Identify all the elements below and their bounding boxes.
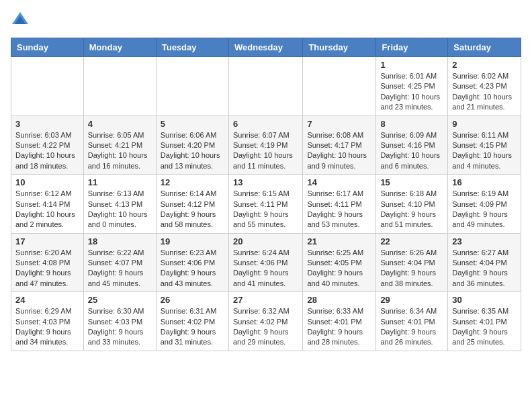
calendar-cell (11, 57, 84, 116)
calendar-cell: 3Sunrise: 6:03 AMSunset: 4:22 PMDaylight… (11, 116, 84, 175)
day-number: 15 (380, 177, 443, 187)
calendar-header-row: SundayMondayTuesdayWednesdayThursdayFrid… (11, 38, 521, 57)
day-number: 5 (161, 119, 224, 129)
calendar-cell: 18Sunrise: 6:22 AMSunset: 4:07 PMDayligh… (83, 233, 156, 292)
calendar-cell: 6Sunrise: 6:07 AMSunset: 4:19 PMDaylight… (228, 116, 302, 175)
calendar-cell: 23Sunrise: 6:27 AMSunset: 4:04 PMDayligh… (448, 233, 521, 292)
day-number: 11 (88, 177, 152, 187)
calendar-cell: 1Sunrise: 6:01 AMSunset: 4:25 PMDaylight… (376, 57, 448, 116)
calendar-cell (156, 57, 228, 116)
calendar-week-row: 17Sunrise: 6:20 AMSunset: 4:08 PMDayligh… (11, 233, 521, 292)
calendar-cell: 21Sunrise: 6:25 AMSunset: 4:05 PMDayligh… (303, 233, 376, 292)
day-number: 9 (452, 119, 517, 129)
day-info: Sunrise: 6:22 AMSunset: 4:07 PMDaylight:… (88, 248, 152, 289)
day-number: 1 (380, 60, 443, 70)
day-info: Sunrise: 6:25 AMSunset: 4:05 PMDaylight:… (307, 248, 371, 289)
day-info: Sunrise: 6:05 AMSunset: 4:21 PMDaylight:… (88, 130, 152, 172)
day-number: 17 (15, 236, 79, 246)
day-number: 8 (380, 119, 443, 129)
calendar-cell: 25Sunrise: 6:30 AMSunset: 4:03 PMDayligh… (83, 292, 156, 351)
calendar-header-monday: Monday (83, 38, 156, 57)
day-number: 18 (88, 236, 152, 246)
day-info: Sunrise: 6:03 AMSunset: 4:22 PMDaylight:… (15, 130, 79, 172)
day-info: Sunrise: 6:30 AMSunset: 4:03 PMDaylight:… (88, 306, 152, 348)
calendar-cell: 5Sunrise: 6:06 AMSunset: 4:20 PMDaylight… (156, 116, 228, 175)
day-number: 19 (161, 236, 224, 246)
day-info: Sunrise: 6:06 AMSunset: 4:20 PMDaylight:… (161, 130, 224, 172)
day-info: Sunrise: 6:29 AMSunset: 4:03 PMDaylight:… (15, 306, 79, 348)
day-info: Sunrise: 6:20 AMSunset: 4:08 PMDaylight:… (15, 248, 79, 289)
day-number: 6 (233, 119, 298, 129)
calendar-header-wednesday: Wednesday (228, 38, 302, 57)
logo-icon (11, 11, 30, 30)
calendar-cell: 28Sunrise: 6:33 AMSunset: 4:01 PMDayligh… (303, 292, 376, 351)
day-number: 30 (452, 295, 517, 305)
calendar-cell: 8Sunrise: 6:09 AMSunset: 4:16 PMDaylight… (376, 116, 448, 175)
calendar-cell (303, 57, 376, 116)
day-info: Sunrise: 6:27 AMSunset: 4:04 PMDaylight:… (452, 248, 517, 289)
calendar-cell: 15Sunrise: 6:18 AMSunset: 4:10 PMDayligh… (376, 175, 448, 234)
day-info: Sunrise: 6:08 AMSunset: 4:17 PMDaylight:… (307, 130, 371, 172)
day-info: Sunrise: 6:02 AMSunset: 4:23 PMDaylight:… (452, 71, 517, 113)
day-number: 25 (88, 295, 152, 305)
day-number: 14 (307, 177, 371, 187)
calendar-table: SundayMondayTuesdayWednesdayThursdayFrid… (11, 38, 521, 351)
calendar-cell (228, 57, 302, 116)
day-info: Sunrise: 6:35 AMSunset: 4:01 PMDaylight:… (452, 306, 517, 348)
day-number: 13 (233, 177, 298, 187)
calendar-cell: 24Sunrise: 6:29 AMSunset: 4:03 PMDayligh… (11, 292, 84, 351)
calendar-cell: 13Sunrise: 6:15 AMSunset: 4:11 PMDayligh… (228, 175, 302, 234)
day-info: Sunrise: 6:18 AMSunset: 4:10 PMDaylight:… (380, 189, 443, 230)
day-number: 7 (307, 119, 371, 129)
calendar-header-sunday: Sunday (11, 38, 84, 57)
logo (11, 11, 32, 30)
calendar-header-thursday: Thursday (303, 38, 376, 57)
calendar-cell: 20Sunrise: 6:24 AMSunset: 4:06 PMDayligh… (228, 233, 302, 292)
calendar-cell: 11Sunrise: 6:13 AMSunset: 4:13 PMDayligh… (83, 175, 156, 234)
calendar-cell: 19Sunrise: 6:23 AMSunset: 4:06 PMDayligh… (156, 233, 228, 292)
day-number: 26 (161, 295, 224, 305)
day-number: 4 (88, 119, 152, 129)
calendar-cell: 16Sunrise: 6:19 AMSunset: 4:09 PMDayligh… (448, 175, 521, 234)
day-info: Sunrise: 6:14 AMSunset: 4:12 PMDaylight:… (161, 189, 224, 230)
day-number: 3 (15, 119, 79, 129)
day-info: Sunrise: 6:07 AMSunset: 4:19 PMDaylight:… (233, 130, 298, 172)
calendar-cell: 17Sunrise: 6:20 AMSunset: 4:08 PMDayligh… (11, 233, 84, 292)
day-info: Sunrise: 6:24 AMSunset: 4:06 PMDaylight:… (233, 248, 298, 289)
page-header (11, 11, 521, 30)
calendar-cell: 14Sunrise: 6:17 AMSunset: 4:11 PMDayligh… (303, 175, 376, 234)
day-number: 22 (380, 236, 443, 246)
day-number: 16 (452, 177, 517, 187)
calendar-header-saturday: Saturday (448, 38, 521, 57)
day-info: Sunrise: 6:31 AMSunset: 4:02 PMDaylight:… (161, 306, 224, 348)
calendar-cell: 4Sunrise: 6:05 AMSunset: 4:21 PMDaylight… (83, 116, 156, 175)
day-number: 2 (452, 60, 517, 70)
calendar-cell: 12Sunrise: 6:14 AMSunset: 4:12 PMDayligh… (156, 175, 228, 234)
day-number: 29 (380, 295, 443, 305)
calendar-cell: 22Sunrise: 6:26 AMSunset: 4:04 PMDayligh… (376, 233, 448, 292)
day-info: Sunrise: 6:33 AMSunset: 4:01 PMDaylight:… (307, 306, 371, 348)
day-info: Sunrise: 6:12 AMSunset: 4:14 PMDaylight:… (15, 189, 79, 230)
calendar-header-tuesday: Tuesday (156, 38, 228, 57)
day-info: Sunrise: 6:19 AMSunset: 4:09 PMDaylight:… (452, 189, 517, 230)
day-number: 12 (161, 177, 224, 187)
calendar-week-row: 10Sunrise: 6:12 AMSunset: 4:14 PMDayligh… (11, 175, 521, 234)
day-info: Sunrise: 6:17 AMSunset: 4:11 PMDaylight:… (307, 189, 371, 230)
calendar-cell: 26Sunrise: 6:31 AMSunset: 4:02 PMDayligh… (156, 292, 228, 351)
day-number: 20 (233, 236, 298, 246)
calendar-cell: 9Sunrise: 6:11 AMSunset: 4:15 PMDaylight… (448, 116, 521, 175)
calendar-week-row: 24Sunrise: 6:29 AMSunset: 4:03 PMDayligh… (11, 292, 521, 351)
calendar-cell: 29Sunrise: 6:34 AMSunset: 4:01 PMDayligh… (376, 292, 448, 351)
day-number: 24 (15, 295, 79, 305)
day-info: Sunrise: 6:13 AMSunset: 4:13 PMDaylight:… (88, 189, 152, 230)
day-info: Sunrise: 6:26 AMSunset: 4:04 PMDaylight:… (380, 248, 443, 289)
day-number: 23 (452, 236, 517, 246)
calendar-cell (83, 57, 156, 116)
day-number: 27 (233, 295, 298, 305)
day-info: Sunrise: 6:09 AMSunset: 4:16 PMDaylight:… (380, 130, 443, 172)
day-number: 21 (307, 236, 371, 246)
calendar-header-friday: Friday (376, 38, 448, 57)
day-number: 10 (15, 177, 79, 187)
calendar-cell: 7Sunrise: 6:08 AMSunset: 4:17 PMDaylight… (303, 116, 376, 175)
day-number: 28 (307, 295, 371, 305)
